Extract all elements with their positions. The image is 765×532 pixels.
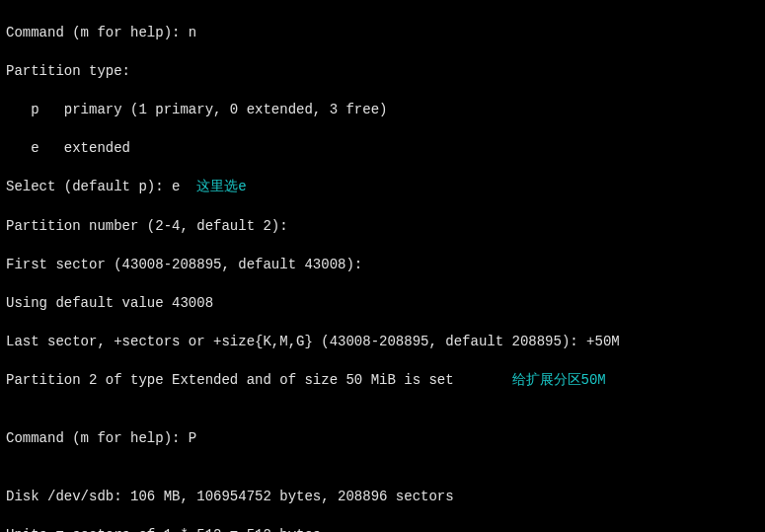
prompt-text: Command (m for help):: [6, 25, 189, 40]
prompt-line: Command (m for help): P: [6, 429, 759, 449]
output-line: Units = sectors of 1 * 512 = 512 bytes: [6, 526, 759, 532]
output-line: Partition type:: [6, 62, 759, 82]
output-line: Partition 2 of type Extended and of size…: [6, 371, 759, 391]
output-line: Disk /dev/sdb: 106 MB, 106954752 bytes, …: [6, 488, 759, 507]
prompt-line: Command (m for help): n: [6, 24, 759, 43]
output-line: p primary (1 primary, 0 extended, 3 free…: [6, 101, 759, 120]
user-input: P: [189, 430, 196, 446]
prompt-text: Command (m for help):: [6, 430, 189, 446]
prompt-line: Last sector, +sectors or +size{K,M,G} (4…: [6, 333, 759, 352]
prompt-text: Last sector, +sectors or +size{K,M,G} (4…: [6, 334, 586, 349]
terminal-output: Command (m for help): n Partition type: …: [0, 0, 765, 532]
output-line: e extended: [6, 139, 759, 159]
user-input: n: [189, 25, 196, 40]
annotation-text: 给扩展分区50M: [512, 372, 606, 388]
output-text: Partition 2 of type Extended and of size…: [6, 372, 454, 388]
prompt-line: Select (default p): e 这里选e: [6, 178, 759, 197]
user-input: +50M: [586, 334, 620, 349]
prompt-text: Select (default p):: [6, 179, 172, 194]
output-line: First sector (43008-208895, default 4300…: [6, 256, 759, 275]
output-line: Partition number (2-4, default 2):: [6, 217, 759, 237]
output-line: Using default value 43008: [6, 294, 759, 314]
annotation-text: 这里选e: [180, 179, 246, 194]
